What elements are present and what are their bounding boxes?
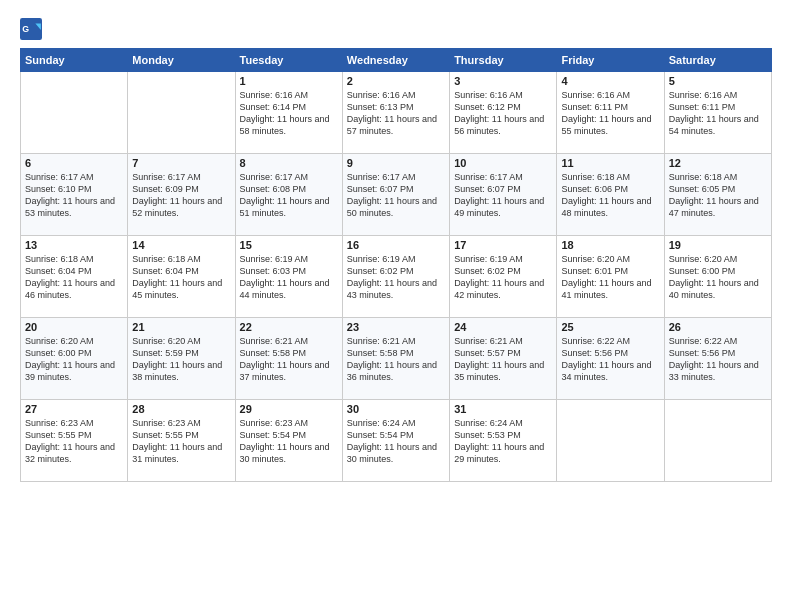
calendar-cell: 30Sunrise: 6:24 AMSunset: 5:54 PMDayligh… bbox=[342, 400, 449, 482]
day-number: 27 bbox=[25, 403, 123, 415]
week-row-5: 27Sunrise: 6:23 AMSunset: 5:55 PMDayligh… bbox=[21, 400, 772, 482]
svg-text:G: G bbox=[22, 24, 29, 34]
day-info: Sunrise: 6:22 AMSunset: 5:56 PMDaylight:… bbox=[561, 335, 659, 384]
calendar-cell: 13Sunrise: 6:18 AMSunset: 6:04 PMDayligh… bbox=[21, 236, 128, 318]
day-info: Sunrise: 6:18 AMSunset: 6:06 PMDaylight:… bbox=[561, 171, 659, 220]
calendar-cell: 16Sunrise: 6:19 AMSunset: 6:02 PMDayligh… bbox=[342, 236, 449, 318]
day-number: 2 bbox=[347, 75, 445, 87]
day-info: Sunrise: 6:18 AMSunset: 6:05 PMDaylight:… bbox=[669, 171, 767, 220]
day-number: 5 bbox=[669, 75, 767, 87]
weekday-header-row: SundayMondayTuesdayWednesdayThursdayFrid… bbox=[21, 49, 772, 72]
calendar-cell: 10Sunrise: 6:17 AMSunset: 6:07 PMDayligh… bbox=[450, 154, 557, 236]
day-info: Sunrise: 6:18 AMSunset: 6:04 PMDaylight:… bbox=[132, 253, 230, 302]
day-info: Sunrise: 6:19 AMSunset: 6:03 PMDaylight:… bbox=[240, 253, 338, 302]
day-info: Sunrise: 6:24 AMSunset: 5:54 PMDaylight:… bbox=[347, 417, 445, 466]
day-number: 4 bbox=[561, 75, 659, 87]
day-number: 18 bbox=[561, 239, 659, 251]
weekday-header-monday: Monday bbox=[128, 49, 235, 72]
day-info: Sunrise: 6:19 AMSunset: 6:02 PMDaylight:… bbox=[347, 253, 445, 302]
day-info: Sunrise: 6:20 AMSunset: 6:01 PMDaylight:… bbox=[561, 253, 659, 302]
weekday-header-sunday: Sunday bbox=[21, 49, 128, 72]
day-number: 23 bbox=[347, 321, 445, 333]
calendar-cell: 8Sunrise: 6:17 AMSunset: 6:08 PMDaylight… bbox=[235, 154, 342, 236]
calendar-cell: 15Sunrise: 6:19 AMSunset: 6:03 PMDayligh… bbox=[235, 236, 342, 318]
day-info: Sunrise: 6:21 AMSunset: 5:58 PMDaylight:… bbox=[347, 335, 445, 384]
calendar-cell: 9Sunrise: 6:17 AMSunset: 6:07 PMDaylight… bbox=[342, 154, 449, 236]
calendar-cell: 24Sunrise: 6:21 AMSunset: 5:57 PMDayligh… bbox=[450, 318, 557, 400]
weekday-header-thursday: Thursday bbox=[450, 49, 557, 72]
calendar-cell bbox=[128, 72, 235, 154]
logo: G bbox=[20, 18, 46, 40]
calendar-cell bbox=[664, 400, 771, 482]
day-number: 31 bbox=[454, 403, 552, 415]
day-number: 14 bbox=[132, 239, 230, 251]
calendar-cell: 31Sunrise: 6:24 AMSunset: 5:53 PMDayligh… bbox=[450, 400, 557, 482]
weekday-header-wednesday: Wednesday bbox=[342, 49, 449, 72]
day-info: Sunrise: 6:21 AMSunset: 5:57 PMDaylight:… bbox=[454, 335, 552, 384]
calendar-cell: 11Sunrise: 6:18 AMSunset: 6:06 PMDayligh… bbox=[557, 154, 664, 236]
day-number: 8 bbox=[240, 157, 338, 169]
calendar-cell: 2Sunrise: 6:16 AMSunset: 6:13 PMDaylight… bbox=[342, 72, 449, 154]
day-info: Sunrise: 6:20 AMSunset: 6:00 PMDaylight:… bbox=[25, 335, 123, 384]
day-number: 24 bbox=[454, 321, 552, 333]
weekday-header-tuesday: Tuesday bbox=[235, 49, 342, 72]
calendar-cell: 12Sunrise: 6:18 AMSunset: 6:05 PMDayligh… bbox=[664, 154, 771, 236]
calendar-table: SundayMondayTuesdayWednesdayThursdayFrid… bbox=[20, 48, 772, 482]
day-info: Sunrise: 6:23 AMSunset: 5:55 PMDaylight:… bbox=[132, 417, 230, 466]
header-row: G bbox=[20, 18, 772, 40]
calendar-cell: 14Sunrise: 6:18 AMSunset: 6:04 PMDayligh… bbox=[128, 236, 235, 318]
day-info: Sunrise: 6:19 AMSunset: 6:02 PMDaylight:… bbox=[454, 253, 552, 302]
day-number: 6 bbox=[25, 157, 123, 169]
calendar-cell: 29Sunrise: 6:23 AMSunset: 5:54 PMDayligh… bbox=[235, 400, 342, 482]
week-row-2: 6Sunrise: 6:17 AMSunset: 6:10 PMDaylight… bbox=[21, 154, 772, 236]
calendar-cell: 17Sunrise: 6:19 AMSunset: 6:02 PMDayligh… bbox=[450, 236, 557, 318]
day-number: 28 bbox=[132, 403, 230, 415]
week-row-3: 13Sunrise: 6:18 AMSunset: 6:04 PMDayligh… bbox=[21, 236, 772, 318]
day-info: Sunrise: 6:21 AMSunset: 5:58 PMDaylight:… bbox=[240, 335, 338, 384]
day-number: 3 bbox=[454, 75, 552, 87]
calendar-cell: 4Sunrise: 6:16 AMSunset: 6:11 PMDaylight… bbox=[557, 72, 664, 154]
day-number: 11 bbox=[561, 157, 659, 169]
day-number: 20 bbox=[25, 321, 123, 333]
calendar-cell: 1Sunrise: 6:16 AMSunset: 6:14 PMDaylight… bbox=[235, 72, 342, 154]
calendar-cell: 27Sunrise: 6:23 AMSunset: 5:55 PMDayligh… bbox=[21, 400, 128, 482]
day-number: 13 bbox=[25, 239, 123, 251]
day-info: Sunrise: 6:23 AMSunset: 5:54 PMDaylight:… bbox=[240, 417, 338, 466]
calendar-cell: 21Sunrise: 6:20 AMSunset: 5:59 PMDayligh… bbox=[128, 318, 235, 400]
calendar-cell bbox=[557, 400, 664, 482]
day-info: Sunrise: 6:16 AMSunset: 6:13 PMDaylight:… bbox=[347, 89, 445, 138]
calendar-cell: 7Sunrise: 6:17 AMSunset: 6:09 PMDaylight… bbox=[128, 154, 235, 236]
day-number: 1 bbox=[240, 75, 338, 87]
weekday-header-saturday: Saturday bbox=[664, 49, 771, 72]
day-info: Sunrise: 6:16 AMSunset: 6:11 PMDaylight:… bbox=[669, 89, 767, 138]
day-info: Sunrise: 6:17 AMSunset: 6:08 PMDaylight:… bbox=[240, 171, 338, 220]
day-number: 29 bbox=[240, 403, 338, 415]
day-info: Sunrise: 6:16 AMSunset: 6:14 PMDaylight:… bbox=[240, 89, 338, 138]
calendar-cell: 5Sunrise: 6:16 AMSunset: 6:11 PMDaylight… bbox=[664, 72, 771, 154]
calendar-cell: 3Sunrise: 6:16 AMSunset: 6:12 PMDaylight… bbox=[450, 72, 557, 154]
weekday-header-friday: Friday bbox=[557, 49, 664, 72]
day-info: Sunrise: 6:17 AMSunset: 6:10 PMDaylight:… bbox=[25, 171, 123, 220]
day-number: 7 bbox=[132, 157, 230, 169]
day-number: 15 bbox=[240, 239, 338, 251]
calendar-cell: 28Sunrise: 6:23 AMSunset: 5:55 PMDayligh… bbox=[128, 400, 235, 482]
calendar-cell: 18Sunrise: 6:20 AMSunset: 6:01 PMDayligh… bbox=[557, 236, 664, 318]
day-number: 19 bbox=[669, 239, 767, 251]
calendar-cell: 23Sunrise: 6:21 AMSunset: 5:58 PMDayligh… bbox=[342, 318, 449, 400]
calendar-cell: 6Sunrise: 6:17 AMSunset: 6:10 PMDaylight… bbox=[21, 154, 128, 236]
day-number: 30 bbox=[347, 403, 445, 415]
logo-icon: G bbox=[20, 18, 42, 40]
day-info: Sunrise: 6:23 AMSunset: 5:55 PMDaylight:… bbox=[25, 417, 123, 466]
day-number: 21 bbox=[132, 321, 230, 333]
day-info: Sunrise: 6:17 AMSunset: 6:07 PMDaylight:… bbox=[454, 171, 552, 220]
week-row-4: 20Sunrise: 6:20 AMSunset: 6:00 PMDayligh… bbox=[21, 318, 772, 400]
day-info: Sunrise: 6:18 AMSunset: 6:04 PMDaylight:… bbox=[25, 253, 123, 302]
day-number: 25 bbox=[561, 321, 659, 333]
calendar-cell: 22Sunrise: 6:21 AMSunset: 5:58 PMDayligh… bbox=[235, 318, 342, 400]
calendar-cell bbox=[21, 72, 128, 154]
day-info: Sunrise: 6:16 AMSunset: 6:11 PMDaylight:… bbox=[561, 89, 659, 138]
day-number: 17 bbox=[454, 239, 552, 251]
day-number: 22 bbox=[240, 321, 338, 333]
day-info: Sunrise: 6:20 AMSunset: 6:00 PMDaylight:… bbox=[669, 253, 767, 302]
day-info: Sunrise: 6:16 AMSunset: 6:12 PMDaylight:… bbox=[454, 89, 552, 138]
